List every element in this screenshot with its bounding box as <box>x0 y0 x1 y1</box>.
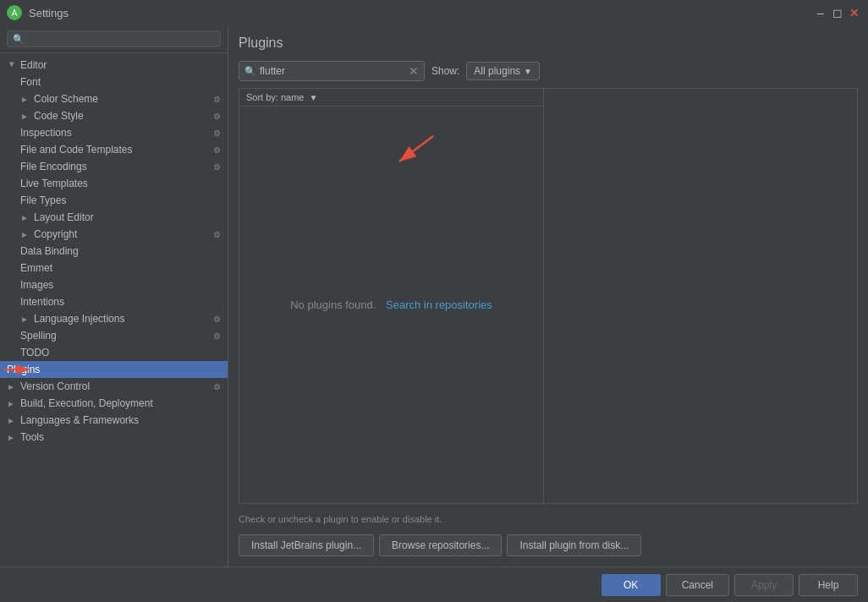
sidebar-search-box: 🔍 <box>0 25 228 53</box>
show-dropdown[interactable]: All plugins ▼ <box>466 62 540 80</box>
sidebar-item-copyright[interactable]: ► Copyright ⚙ <box>0 226 228 243</box>
plugin-search-wrap[interactable]: 🔍 ✕ <box>239 61 425 81</box>
inspections-gear-icon: ⚙ <box>213 129 221 138</box>
app-icon: A <box>7 5 22 20</box>
sidebar-item-inspections[interactable]: Inspections ⚙ <box>0 124 228 141</box>
main-panel: Plugins 🔍 ✕ Show: All plugins ▼ Sor <box>228 25 868 566</box>
sidebar-search-icon: 🔍 <box>13 34 25 45</box>
sidebar-item-code-style-label: Code Style <box>34 110 84 122</box>
sidebar-item-live-templates[interactable]: Live Templates <box>0 175 228 192</box>
sidebar-item-file-code-templates[interactable]: File and Code Templates ⚙ <box>0 141 228 158</box>
search-repos-arrow <box>374 132 442 174</box>
file-encodings-gear-icon: ⚙ <box>213 162 221 172</box>
version-control-expand-icon: ► <box>7 382 17 391</box>
sidebar-item-code-style[interactable]: ► Code Style ⚙ <box>0 107 228 124</box>
install-jetbrains-button[interactable]: Install JetBrains plugin... <box>239 534 374 556</box>
sort-bar: Sort by: name ▼ <box>239 89 543 107</box>
plugins-list-body: No plugins found. Search in repositories <box>239 107 543 503</box>
svg-text:A: A <box>12 8 18 18</box>
plugin-search-icon: 🔍 <box>244 66 256 77</box>
sidebar-item-color-scheme-label: Color Scheme <box>34 93 98 105</box>
sidebar-tree: ► Editor Font ► Color Scheme ⚙ ► Code St… <box>0 53 228 566</box>
sidebar-item-layout-editor[interactable]: ► Layout Editor <box>0 209 228 226</box>
code-style-gear-icon: ⚙ <box>213 112 221 121</box>
code-style-expand-icon: ► <box>20 112 30 121</box>
show-dropdown-value: All plugins <box>474 65 520 77</box>
sidebar-item-tools[interactable]: ► Tools <box>0 429 228 446</box>
window-title: Settings <box>29 7 69 19</box>
dialog-footer: OK Cancel Apply Help <box>0 566 868 602</box>
sidebar-item-editor[interactable]: ► Editor <box>0 57 228 74</box>
panel-title: Plugins <box>239 36 858 51</box>
sidebar-item-file-encodings-label: File Encodings <box>20 161 87 172</box>
sidebar-item-font[interactable]: Font <box>0 74 228 90</box>
plugin-search-clear-button[interactable]: ✕ <box>409 64 419 78</box>
title-bar: A Settings – ◻ ✕ <box>0 0 868 25</box>
editor-expand-icon: ► <box>8 60 17 70</box>
sidebar-item-emmet[interactable]: Emmet <box>0 260 228 276</box>
sidebar-item-live-templates-label: Live Templates <box>20 178 88 189</box>
sidebar-item-file-types[interactable]: File Types <box>0 192 228 209</box>
ok-button[interactable]: OK <box>602 574 661 596</box>
sidebar-item-plugins[interactable]: Plugins <box>0 361 228 378</box>
plugins-list-container: Sort by: name ▼ No plugins found. Search… <box>239 89 544 503</box>
color-scheme-gear-icon: ⚙ <box>213 95 221 104</box>
sidebar-item-data-binding[interactable]: Data Binding <box>0 243 228 260</box>
sidebar-item-todo[interactable]: TODO <box>0 344 228 361</box>
show-dropdown-arrow: ▼ <box>524 67 532 76</box>
sidebar-item-tools-label: Tools <box>20 431 44 443</box>
sidebar-item-data-binding-label: Data Binding <box>20 245 79 257</box>
spelling-gear-icon: ⚙ <box>213 331 221 341</box>
title-bar-left: A Settings <box>7 5 69 20</box>
sidebar-item-color-scheme[interactable]: ► Color Scheme ⚙ <box>0 90 228 107</box>
sidebar-item-languages-frameworks[interactable]: ► Languages & Frameworks <box>0 412 228 429</box>
sidebar-item-file-code-templates-label: File and Code Templates <box>20 144 133 156</box>
sidebar-item-build-execution[interactable]: ► Build, Execution, Deployment <box>0 395 228 412</box>
install-disk-button[interactable]: Install plugin from disk... <box>507 534 641 556</box>
sidebar-search-input[interactable] <box>28 33 215 45</box>
sidebar-item-language-injections-label: Language Injections <box>34 313 124 325</box>
sidebar-item-version-control-label: Version Control <box>20 380 90 392</box>
languages-frameworks-expand-icon: ► <box>7 416 17 425</box>
plugins-list-area: Sort by: name ▼ No plugins found. Search… <box>239 88 858 504</box>
file-code-templates-gear-icon: ⚙ <box>213 145 221 155</box>
sidebar-item-spelling[interactable]: Spelling ⚙ <box>0 327 228 344</box>
empty-state: No plugins found. Search in repositories <box>239 298 543 311</box>
apply-button[interactable]: Apply <box>734 574 794 596</box>
minimize-button[interactable]: – <box>814 6 827 19</box>
sidebar-item-inspections-label: Inspections <box>20 127 72 139</box>
sidebar-item-version-control[interactable]: ► Version Control ⚙ <box>0 378 228 395</box>
sidebar-item-plugins-label: Plugins <box>7 364 40 375</box>
show-label: Show: <box>431 65 459 77</box>
close-button[interactable]: ✕ <box>848 6 861 19</box>
search-repos-link[interactable]: Search in repositories <box>386 298 492 311</box>
sidebar-item-languages-frameworks-label: Languages & Frameworks <box>20 414 139 426</box>
action-buttons: Install JetBrains plugin... Browse repos… <box>239 534 858 556</box>
sidebar-item-intentions[interactable]: Intentions <box>0 293 228 310</box>
sidebar-item-build-execution-label: Build, Execution, Deployment <box>20 397 153 409</box>
sidebar-search-wrap[interactable]: 🔍 <box>7 30 221 47</box>
lang-injections-gear-icon: ⚙ <box>213 315 221 324</box>
svg-line-5 <box>399 136 433 161</box>
sidebar-item-images[interactable]: Images <box>0 276 228 293</box>
browse-repos-button[interactable]: Browse repositories... <box>379 534 502 556</box>
color-scheme-expand-icon: ► <box>20 95 30 104</box>
copyright-expand-icon: ► <box>20 230 30 239</box>
sidebar-item-copyright-label: Copyright <box>34 228 77 240</box>
tools-expand-icon: ► <box>7 433 17 442</box>
settings-window: A Settings – ◻ ✕ 🔍 <box>0 0 868 602</box>
maximize-button[interactable]: ◻ <box>831 6 844 19</box>
version-control-gear-icon: ⚙ <box>213 382 221 391</box>
sort-label: Sort by: name <box>246 92 304 102</box>
plugin-search-input[interactable] <box>260 65 405 77</box>
sidebar-item-editor-label: Editor <box>20 59 47 71</box>
copyright-gear-icon: ⚙ <box>213 230 221 239</box>
build-execution-expand-icon: ► <box>7 399 17 408</box>
sidebar-item-file-encodings[interactable]: File Encodings ⚙ <box>0 158 228 175</box>
cancel-button[interactable]: Cancel <box>666 574 729 596</box>
sidebar: 🔍 ► Editor Font ► Color Scheme ⚙ <box>0 25 228 566</box>
sidebar-item-file-types-label: File Types <box>20 194 66 206</box>
help-button[interactable]: Help <box>799 574 858 596</box>
sort-arrow-icon: ▼ <box>309 93 317 102</box>
sidebar-item-language-injections[interactable]: ► Language Injections ⚙ <box>0 310 228 327</box>
